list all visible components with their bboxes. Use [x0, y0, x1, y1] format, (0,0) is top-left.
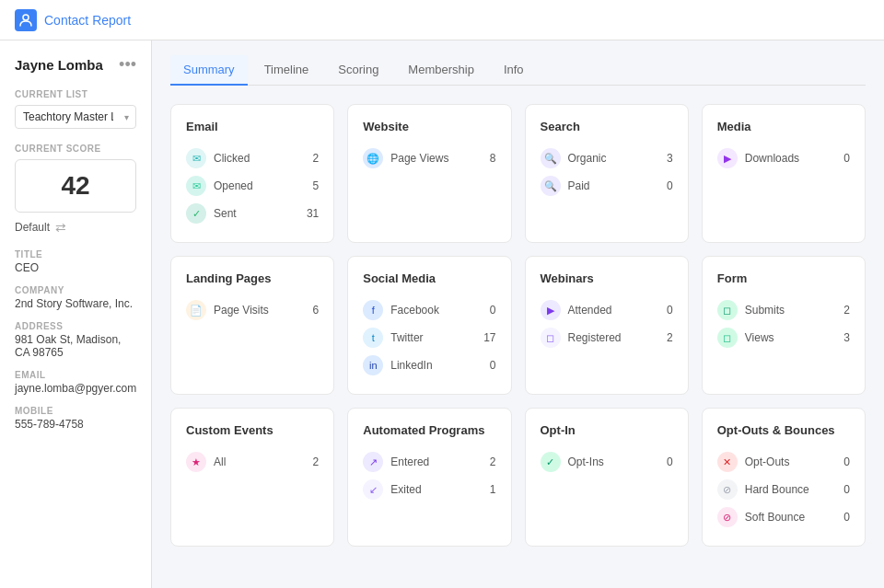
main-content: Summary Timeline Scoring Membership Info…: [152, 40, 884, 588]
row-icon: 🌐: [363, 148, 383, 168]
svg-point-0: [23, 15, 29, 20]
current-score-label: CURRENT SCORE: [15, 144, 136, 154]
row-count: 0: [482, 304, 496, 317]
card-website: Website🌐Page Views8: [347, 104, 511, 243]
card-row: ✕Opt-Outs0: [717, 448, 850, 476]
row-label: Hard Bounce: [745, 483, 828, 496]
app-icon: [15, 9, 37, 31]
card-row: ⊘Hard Bounce0: [717, 476, 850, 503]
row-count: 0: [658, 304, 673, 317]
swap-icon[interactable]: ⇄: [55, 220, 66, 235]
cards-grid: Email✉Clicked2✉Opened5✓Sent31Website🌐Pag…: [170, 104, 866, 547]
row-count: 3: [658, 152, 673, 165]
card-row: ↗Entered2: [363, 448, 495, 476]
row-label: Attended: [568, 304, 651, 317]
row-count: 8: [482, 152, 496, 165]
card-row: ⊘Soft Bounce0: [717, 503, 850, 531]
row-icon: 🔍: [541, 148, 561, 168]
card-row: ★All2: [186, 448, 319, 476]
info-title-label: Title: [15, 249, 136, 259]
sidebar: Jayne Lomba ••• CURRENT LIST Teachtory M…: [0, 40, 152, 588]
card-row: 🌐Page Views8: [363, 144, 495, 172]
info-company-value: 2nd Story Software, Inc.: [15, 297, 136, 310]
row-label: Facebook: [390, 304, 473, 317]
row-label: Sent: [214, 207, 297, 220]
tab-scoring[interactable]: Scoring: [325, 55, 391, 86]
info-address-label: Address: [15, 321, 136, 331]
row-label: Organic: [568, 152, 651, 165]
row-label: LinkedIn: [390, 359, 473, 372]
row-icon: f: [363, 300, 383, 320]
row-label: Clicked: [214, 152, 297, 165]
info-mobile-value: 555-789-4758: [15, 418, 136, 431]
list-select[interactable]: Teachtory Master List: [15, 105, 136, 129]
row-count: 0: [835, 152, 850, 165]
row-count: 1: [482, 483, 496, 496]
card-title: Search: [541, 120, 673, 133]
row-count: 2: [658, 331, 673, 344]
card-opt-outs--bounces: Opt-Outs & Bounces✕Opt-Outs0⊘Hard Bounce…: [702, 408, 866, 547]
score-default-label: Default: [15, 221, 50, 234]
card-title: Email: [186, 120, 319, 133]
card-row: inLinkedIn0: [363, 352, 495, 379]
row-count: 0: [658, 455, 673, 468]
card-email: Email✉Clicked2✉Opened5✓Sent31: [170, 104, 334, 243]
row-icon: 🔍: [541, 176, 561, 196]
row-label: Soft Bounce: [745, 511, 828, 524]
row-label: Paid: [568, 179, 651, 192]
card-row: ◻Registered2: [541, 324, 673, 352]
tab-membership[interactable]: Membership: [395, 55, 487, 86]
row-icon: ⊘: [717, 507, 738, 527]
tab-summary[interactable]: Summary: [170, 55, 248, 86]
tab-timeline[interactable]: Timeline: [251, 55, 322, 86]
card-social-media: Social MediafFacebook0tTwitter17inLinked…: [347, 256, 511, 395]
card-row: ↙Exited1: [363, 476, 495, 503]
row-icon: ✓: [541, 452, 561, 472]
row-label: Opt-Ins: [568, 455, 651, 468]
row-label: Exited: [390, 483, 473, 496]
row-icon: ✓: [186, 203, 206, 224]
card-row: tTwitter17: [363, 324, 495, 352]
row-label: Twitter: [390, 331, 473, 344]
row-icon: in: [363, 355, 383, 375]
row-icon: ◻: [717, 328, 738, 348]
info-email-value: jayne.lomba@pgyer.com: [15, 382, 136, 395]
card-row: ✓Sent31: [186, 200, 319, 227]
row-count: 2: [304, 455, 319, 468]
row-icon: ▶: [717, 148, 738, 168]
row-count: 3: [835, 331, 850, 344]
row-count: 2: [482, 455, 496, 468]
info-company-label: Company: [15, 285, 136, 295]
row-icon: ◻: [717, 300, 738, 320]
row-label: Entered: [390, 455, 473, 468]
tab-info[interactable]: Info: [491, 55, 537, 86]
card-row: 🔍Organic3: [541, 144, 673, 172]
row-count: 17: [482, 331, 496, 344]
row-icon: ★: [186, 452, 206, 472]
card-title: Opt-Outs & Bounces: [717, 423, 850, 437]
row-count: 0: [482, 359, 496, 372]
score-box: 42: [15, 159, 136, 213]
card-row: 📄Page Visits6: [186, 296, 319, 324]
more-options-button[interactable]: •••: [119, 55, 136, 75]
row-count: 5: [304, 179, 319, 192]
card-opt-in: Opt-In✓Opt-Ins0: [525, 408, 689, 547]
card-title: Webinars: [541, 271, 673, 285]
info-email-label: Email: [15, 370, 136, 380]
card-custom-events: Custom Events★All2: [170, 408, 334, 547]
card-title: Social Media: [363, 271, 495, 285]
tab-bar: Summary Timeline Scoring Membership Info: [170, 55, 866, 86]
row-label: Registered: [568, 331, 651, 344]
row-count: 0: [658, 179, 673, 192]
row-icon: ⊘: [717, 479, 738, 500]
row-count: 0: [835, 455, 850, 468]
info-address-value: 981 Oak St, Madison, CA 98765: [15, 333, 136, 359]
card-row: ▶Attended0: [541, 296, 673, 324]
list-selector[interactable]: Teachtory Master List ▾: [15, 105, 136, 129]
card-title: Custom Events: [186, 423, 319, 437]
card-search: Search🔍Organic3🔍Paid0: [525, 104, 689, 243]
row-label: Page Views: [390, 152, 473, 165]
card-row: 🔍Paid0: [541, 172, 673, 200]
info-mobile-label: Mobile: [15, 406, 136, 416]
row-icon: ✕: [717, 452, 738, 472]
